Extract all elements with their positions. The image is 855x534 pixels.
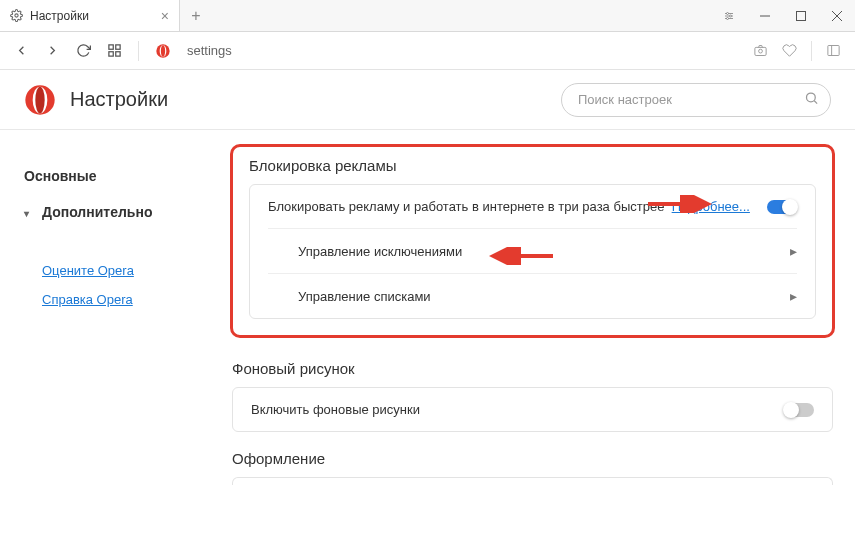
settings-header: Настройки bbox=[0, 70, 855, 130]
wallpaper-title: Фоновый рисунок bbox=[232, 360, 833, 377]
sidebar-link-help[interactable]: Справка Opera bbox=[24, 285, 230, 314]
svg-rect-13 bbox=[109, 52, 113, 56]
page-title: Настройки bbox=[70, 88, 561, 111]
adblock-title: Блокировка рекламы bbox=[249, 157, 816, 174]
adblock-toggle-row: Блокировать рекламу и работать в интерне… bbox=[250, 185, 815, 228]
window-controls bbox=[711, 0, 855, 31]
browser-tab[interactable]: Настройки × bbox=[0, 0, 180, 31]
svg-rect-11 bbox=[109, 45, 113, 49]
divider bbox=[811, 41, 812, 61]
svg-point-25 bbox=[807, 93, 816, 102]
sidebar-item-basic[interactable]: Основные bbox=[24, 158, 230, 194]
gear-icon bbox=[10, 9, 23, 22]
titlebar: Настройки × + bbox=[0, 0, 855, 32]
snapshot-icon[interactable] bbox=[753, 43, 768, 58]
svg-rect-20 bbox=[828, 46, 839, 56]
address-bar: settings bbox=[0, 32, 855, 70]
svg-point-24 bbox=[35, 86, 44, 113]
heart-icon[interactable] bbox=[782, 43, 797, 58]
svg-rect-18 bbox=[755, 47, 766, 55]
chevron-right-icon: ▸ bbox=[790, 243, 797, 259]
easy-setup-icon[interactable] bbox=[711, 0, 747, 32]
search-wrap bbox=[561, 83, 831, 117]
svg-point-4 bbox=[727, 12, 729, 14]
svg-point-19 bbox=[759, 49, 763, 53]
url-text[interactable]: settings bbox=[187, 43, 737, 58]
wallpaper-toggle[interactable] bbox=[784, 403, 814, 417]
opera-logo-icon bbox=[24, 84, 56, 116]
wallpaper-label: Включить фоновые рисунки bbox=[251, 402, 772, 417]
back-button[interactable] bbox=[14, 43, 29, 58]
maximize-button[interactable] bbox=[783, 0, 819, 32]
opera-logo-icon bbox=[155, 43, 171, 59]
lists-label: Управление списками bbox=[298, 289, 778, 304]
close-tab-icon[interactable]: × bbox=[161, 8, 169, 24]
close-window-button[interactable] bbox=[819, 0, 855, 32]
search-input[interactable] bbox=[561, 83, 831, 117]
adblock-desc-text: Блокировать рекламу и работать в интерне… bbox=[268, 199, 664, 214]
svg-line-26 bbox=[814, 100, 817, 103]
lists-row[interactable]: Управление списками ▸ bbox=[268, 273, 797, 318]
svg-point-0 bbox=[15, 14, 18, 17]
chevron-right-icon: ▸ bbox=[790, 288, 797, 304]
sidebar-toggle-icon[interactable] bbox=[826, 43, 841, 58]
search-icon bbox=[804, 90, 819, 109]
speed-dial-icon[interactable] bbox=[107, 43, 122, 58]
svg-point-17 bbox=[161, 45, 165, 57]
divider bbox=[138, 41, 139, 61]
adblock-panel: Блокировка рекламы Блокировать рекламу и… bbox=[230, 144, 835, 338]
adblock-desc: Блокировать рекламу и работать в интерне… bbox=[268, 199, 755, 214]
sidebar: Основные Дополнительно Оцените Opera Спр… bbox=[0, 130, 230, 534]
appearance-title: Оформление bbox=[232, 450, 833, 467]
main-content: Блокировка рекламы Блокировать рекламу и… bbox=[230, 130, 855, 534]
svg-point-5 bbox=[730, 15, 732, 17]
sidebar-link-rate[interactable]: Оцените Opera bbox=[24, 256, 230, 285]
forward-button[interactable] bbox=[45, 43, 60, 58]
exceptions-label: Управление исключениями bbox=[298, 244, 778, 259]
wallpaper-toggle-row: Включить фоновые рисунки bbox=[233, 388, 832, 431]
svg-point-6 bbox=[727, 17, 729, 19]
svg-rect-14 bbox=[116, 52, 120, 56]
svg-rect-12 bbox=[116, 45, 120, 49]
minimize-button[interactable] bbox=[747, 0, 783, 32]
wallpaper-section: Фоновый рисунок Включить фоновые рисунки bbox=[230, 360, 835, 432]
new-tab-button[interactable]: + bbox=[180, 0, 212, 31]
svg-rect-8 bbox=[797, 11, 806, 20]
exceptions-row[interactable]: Управление исключениями ▸ bbox=[268, 228, 797, 273]
adblock-card: Блокировать рекламу и работать в интерне… bbox=[249, 184, 816, 319]
learn-more-link[interactable]: Подробнее... bbox=[672, 199, 750, 214]
tab-title: Настройки bbox=[30, 9, 154, 23]
reload-button[interactable] bbox=[76, 43, 91, 58]
sidebar-item-advanced[interactable]: Дополнительно bbox=[24, 194, 230, 230]
adblock-toggle[interactable] bbox=[767, 200, 797, 214]
appearance-section: Оформление bbox=[230, 450, 835, 485]
